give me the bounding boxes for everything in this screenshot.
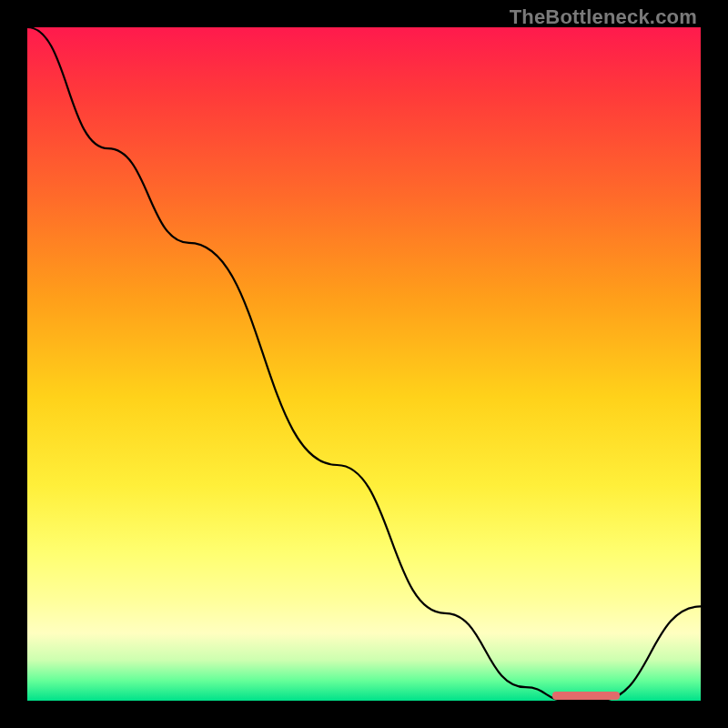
watermark-text: TheBottleneck.com: [510, 5, 697, 29]
chart-frame: TheBottleneck.com: [0, 0, 728, 728]
plot-area: [27, 27, 701, 701]
optimal-range-marker: [552, 692, 620, 700]
curve-path: [27, 27, 701, 701]
line-curve: [27, 27, 701, 701]
